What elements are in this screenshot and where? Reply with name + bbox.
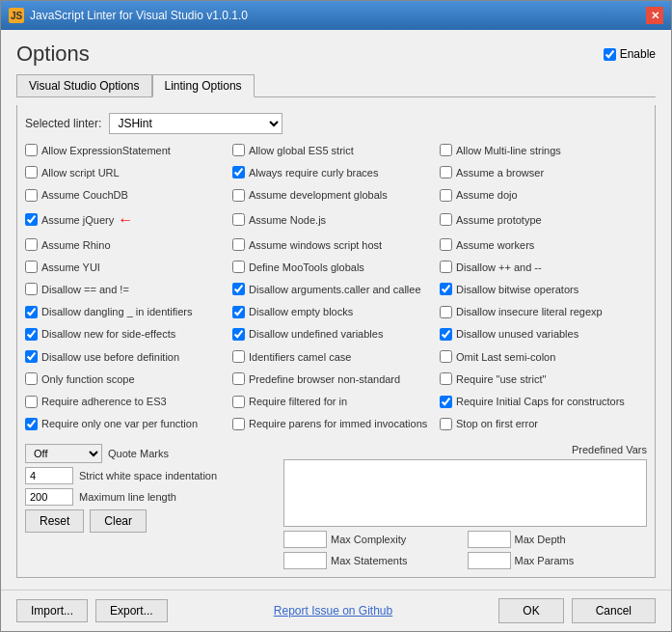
checkbox-disallow-unused[interactable] (440, 328, 452, 341)
option-label: Disallow empty blocks (249, 306, 353, 317)
checkbox-require-use-strict[interactable] (440, 372, 452, 385)
option-only-function-scope: Only function scope (25, 369, 228, 389)
checkbox-disallow-insecure[interactable] (440, 306, 452, 318)
checkbox-assume-jquery[interactable] (25, 213, 38, 226)
option-assume-jquery: Assume jQuery ← (25, 207, 228, 233)
max-complexity-input[interactable] (283, 531, 327, 548)
reset-button[interactable]: Reset (25, 509, 84, 533)
checkbox-disallow-empty-blocks[interactable] (232, 306, 245, 318)
checkbox-disallow-increment[interactable] (440, 261, 452, 273)
option-require-one-var: Require only one var per function (25, 414, 228, 434)
enable-row: Enable (604, 47, 656, 61)
checkbox-require-one-var[interactable] (25, 418, 38, 430)
option-disallow-increment: Disallow ++ and -- (440, 257, 643, 277)
option-label: Assume Node.js (249, 214, 326, 226)
option-label: Allow ExpressionStatement (41, 145, 171, 156)
checkbox-assume-browser[interactable] (440, 166, 452, 179)
option-disallow-empty-blocks: Disallow empty blocks (232, 302, 436, 322)
max-line-input[interactable] (25, 488, 73, 506)
checkbox-assume-yui[interactable] (25, 261, 38, 273)
option-label: Require Initial Caps for constructors (456, 396, 625, 407)
checkbox-assume-prototype[interactable] (440, 213, 452, 226)
clear-button[interactable]: Clear (90, 509, 147, 533)
red-arrow-icon: ← (118, 211, 133, 229)
checkbox-disallow-new[interactable] (25, 328, 38, 341)
checkbox-assume-workers[interactable] (440, 238, 452, 251)
checkbox-assume-rhino[interactable] (25, 238, 38, 251)
option-label: Disallow undefined variables (249, 328, 383, 340)
close-button[interactable]: ✕ (646, 7, 663, 24)
max-depth-input[interactable] (468, 531, 511, 548)
export-button[interactable]: Export... (95, 599, 168, 622)
tab-linting-options[interactable]: Linting Options (152, 74, 255, 97)
linter-select[interactable]: JSHint JSLint ESLint (109, 113, 282, 134)
report-issue-link[interactable]: Report Issue on Github (274, 604, 392, 618)
tab-visual-studio-options[interactable]: Visual Studio Options (16, 74, 152, 96)
checkbox-allow-expression-statement[interactable] (25, 144, 38, 156)
option-label: Assume CouchDB (41, 189, 128, 201)
max-params-item: Max Params (468, 552, 648, 569)
button-row: Reset Clear (25, 509, 276, 533)
option-allow-multi-line: Allow Multi-line strings (440, 140, 643, 160)
checkbox-disallow-arguments[interactable] (232, 283, 245, 295)
checkbox-assume-dev-globals[interactable] (232, 189, 245, 202)
cancel-button[interactable]: Cancel (572, 598, 656, 623)
option-assume-yui: Assume YUI (25, 257, 228, 277)
max-statements-input[interactable] (283, 552, 327, 569)
option-label: Predefine browser non-standard (249, 373, 400, 385)
strict-whitespace-input[interactable] (25, 467, 73, 484)
checkbox-identifiers-camel[interactable] (232, 350, 245, 363)
checkbox-require-parens[interactable] (232, 418, 245, 430)
checkbox-require-initial-caps[interactable] (440, 396, 452, 408)
checkbox-define-mootools[interactable] (232, 261, 245, 273)
option-label: Assume windows script host (249, 239, 382, 251)
import-button[interactable]: Import... (16, 599, 88, 622)
predefined-vars-textarea[interactable] (283, 459, 647, 527)
checkbox-assume-dojo[interactable] (440, 189, 452, 202)
checkbox-omit-semi[interactable] (440, 350, 452, 363)
checkbox-allow-global-es5[interactable] (232, 144, 245, 156)
ok-button[interactable]: OK (498, 598, 563, 623)
option-label: Assume prototype (456, 214, 542, 226)
js-icon: JS (9, 8, 24, 23)
checkbox-require-es3[interactable] (25, 396, 38, 408)
checkbox-assume-nodejs[interactable] (232, 213, 245, 226)
quote-marks-label: Quote Marks (108, 448, 169, 459)
bottom-right: Predefined Vars Max Complexity Max Depth (283, 444, 647, 569)
footer-right: OK Cancel (498, 598, 656, 623)
checkbox-allow-multi-line[interactable] (440, 144, 452, 156)
linter-row: Selected linter: JSHint JSLint ESLint (25, 113, 647, 134)
checkbox-always-require-curly[interactable] (232, 166, 245, 179)
checkbox-disallow-dangling[interactable] (25, 306, 38, 318)
option-label: Require parens for immed invocations (249, 418, 427, 429)
bottom-left: Off Single Double Quote Marks Strict whi… (25, 444, 276, 569)
option-label: Require only one var per function (41, 418, 198, 429)
max-params-input[interactable] (468, 552, 511, 569)
checkbox-only-function-scope[interactable] (25, 372, 38, 385)
option-assume-couchdb: Assume CouchDB (25, 184, 228, 205)
checkbox-allow-script-url[interactable] (25, 166, 38, 179)
option-label: Allow script URL (41, 167, 120, 179)
option-label: Identifiers camel case (249, 351, 351, 363)
max-complexity-label: Max Complexity (331, 534, 406, 545)
max-depth-item: Max Depth (468, 531, 648, 548)
checkbox-require-filtered[interactable] (232, 396, 245, 408)
footer: Import... Export... Report Issue on Gith… (1, 590, 671, 631)
checkbox-disallow-use-before[interactable] (25, 350, 38, 363)
quote-marks-select[interactable]: Off Single Double (25, 444, 102, 463)
checkbox-stop-on-first[interactable] (440, 418, 452, 430)
option-label: Disallow == and != (41, 284, 129, 295)
option-label: Always require curly braces (249, 167, 379, 179)
option-label: Stop on first error (456, 418, 538, 429)
options-grid: Allow ExpressionStatement Allow global E… (25, 140, 647, 434)
checkbox-disallow-undefined[interactable] (232, 328, 245, 341)
enable-checkbox[interactable] (604, 48, 616, 61)
checkbox-predefine-browser[interactable] (232, 372, 245, 385)
footer-left: Import... Export... (16, 599, 168, 622)
checkbox-assume-couchdb[interactable] (25, 189, 38, 202)
main-window: JS JavaScript Linter for Visual Studio v… (0, 0, 672, 632)
option-define-mootools: Define MooTools globals (232, 257, 436, 277)
checkbox-disallow-bitwise[interactable] (440, 283, 452, 295)
checkbox-assume-windows[interactable] (232, 238, 245, 251)
checkbox-disallow-eqeq[interactable] (25, 283, 38, 295)
